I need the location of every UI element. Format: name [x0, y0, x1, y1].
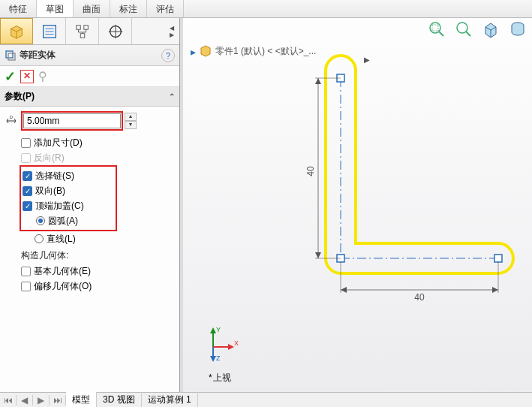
tab-nav-prev[interactable]: ◀	[17, 395, 33, 405]
bottom-tab-nav: ⏮ ◀ ▶ ⏭	[0, 395, 66, 405]
offset-spinner[interactable]: ▲▼	[125, 113, 137, 129]
add-dimensions-checkbox[interactable]	[21, 138, 31, 148]
offset-value-highlight	[21, 111, 123, 131]
bidirectional-checkbox[interactable]: ✓	[23, 186, 32, 196]
tree-icon	[74, 23, 91, 40]
tab-evaluate[interactable]: 评估	[147, 0, 184, 17]
bottom-tab-3dview[interactable]: 3D 视图	[97, 392, 142, 407]
pm-action-bar: ✓ ✕ ⚲	[0, 66, 179, 87]
svg-text:X: X	[234, 339, 239, 347]
dim-vertical-text: 40	[305, 166, 316, 176]
svg-point-22	[430, 23, 440, 33]
svg-text:D: D	[10, 115, 14, 119]
params-body: D ▲▼ 添加尺寸(D) 反向(R) ✓	[0, 107, 179, 298]
svg-rect-9	[83, 25, 88, 29]
view-toolbar	[427, 20, 527, 39]
svg-rect-18	[6, 51, 13, 58]
tab-surface[interactable]: 曲面	[74, 0, 110, 17]
list-icon	[41, 23, 58, 40]
breadcrumb-expand-icon[interactable]: ▸	[191, 46, 196, 58]
offset-geom-label: 偏移几何体(O)	[34, 280, 92, 293]
graphics-viewport[interactable]: ▶ ▸ 零件1 (默认) < <默认>_...	[183, 18, 532, 392]
arc-label: 圆弧(A)	[48, 215, 78, 228]
cube-icon	[8, 23, 25, 40]
svg-rect-10	[80, 33, 85, 38]
select-chain-label: 选择链(S)	[35, 170, 74, 182]
top-tabs: 特征 草图 曲面 标注 评估	[0, 0, 532, 18]
arc-radio[interactable]	[36, 216, 45, 225]
ok-button[interactable]: ✓	[5, 68, 16, 85]
options-highlight-group: ✓ 选择链(S) ✓ 双向(B) ✓ 顶端加盖(C) 圆弧(A)	[20, 165, 117, 231]
config-manager-tab[interactable]	[66, 18, 99, 44]
dimxpert-tab[interactable]	[99, 18, 132, 44]
svg-marker-48	[228, 344, 234, 350]
svg-rect-37	[494, 255, 502, 262]
base-geom-label: 基本几何体(E)	[34, 265, 91, 278]
reverse-label: 反向(R)	[34, 152, 65, 164]
svg-marker-51	[210, 356, 216, 362]
offset-distance-icon: D	[5, 114, 18, 128]
cap-ends-checkbox[interactable]: ✓	[23, 201, 32, 211]
pm-title-text: 等距实体	[20, 49, 161, 62]
spin-down[interactable]: ▼	[125, 121, 137, 129]
target-icon	[107, 23, 124, 40]
part-icon	[199, 44, 212, 59]
tab-nav-first[interactable]: ⏮	[0, 395, 17, 405]
bidirectional-label: 双向(B)	[35, 185, 65, 197]
pm-title-bar: 等距实体 ?	[0, 45, 179, 66]
line-radio[interactable]	[35, 234, 44, 243]
zoom-window-icon[interactable]	[427, 20, 446, 39]
property-manager-tab[interactable]	[33, 18, 66, 44]
cancel-button[interactable]: ✕	[20, 70, 34, 83]
params-section-header[interactable]: 参数(P) ⌃	[0, 87, 179, 107]
add-dimensions-label: 添加尺寸(D)	[34, 137, 83, 149]
feature-manager-tab[interactable]	[0, 18, 33, 44]
property-manager-panel: ◀▶ 等距实体 ? ✓ ✕ ⚲ 参数(P) ⌃ D ▲▼	[0, 18, 180, 392]
help-button[interactable]: ?	[161, 49, 175, 62]
construction-geom-label: 构造几何体:	[21, 249, 175, 262]
view-name-label: 上视	[209, 372, 231, 384]
svg-marker-45	[210, 327, 216, 333]
view-orientation-icon[interactable]	[481, 20, 500, 39]
svg-rect-19	[8, 53, 15, 60]
svg-marker-32	[201, 46, 210, 56]
bottom-tab-model[interactable]: 模型	[66, 392, 97, 407]
dim-horizontal-text: 40	[414, 292, 425, 303]
spin-up[interactable]: ▲	[125, 113, 137, 121]
collapse-icon[interactable]: ⌃	[169, 92, 175, 101]
manager-tabs: ◀▶	[0, 18, 179, 45]
svg-text:Y: Y	[216, 326, 221, 333]
svg-line-26	[466, 32, 470, 36]
svg-line-23	[439, 32, 443, 36]
tab-annotate[interactable]: 标注	[110, 0, 147, 17]
sketch-geometry: 40 40	[288, 48, 521, 303]
params-header-label: 参数(P)	[5, 90, 35, 103]
tab-overflow-arrows[interactable]: ◀▶	[164, 18, 179, 44]
svg-rect-24	[432, 25, 438, 31]
display-style-icon[interactable]	[508, 20, 527, 39]
pin-button[interactable]: ⚲	[38, 69, 47, 83]
svg-text:Z: Z	[216, 354, 221, 362]
view-triad: Y X Z	[206, 324, 243, 362]
tab-features[interactable]: 特征	[0, 0, 37, 17]
cap-ends-label: 顶端加盖(C)	[35, 200, 84, 213]
bottom-tab-motion[interactable]: 运动算例 1	[142, 392, 198, 407]
tab-nav-next[interactable]: ▶	[33, 395, 50, 405]
svg-point-25	[457, 23, 467, 33]
tab-nav-last[interactable]: ⏭	[50, 395, 66, 405]
line-label: 直线(L)	[47, 233, 76, 246]
offset-geom-checkbox[interactable]	[21, 282, 31, 291]
reverse-checkbox[interactable]	[21, 153, 31, 163]
offset-distance-input[interactable]	[23, 113, 121, 128]
zoom-fit-icon[interactable]	[454, 20, 473, 39]
svg-rect-8	[76, 25, 80, 29]
base-geom-checkbox[interactable]	[21, 267, 31, 276]
select-chain-checkbox[interactable]: ✓	[23, 171, 32, 181]
tab-sketch[interactable]: 草图	[37, 0, 74, 17]
offset-entities-icon	[5, 50, 17, 62]
bottom-tabs: ⏮ ◀ ▶ ⏭ 模型 3D 视图 运动算例 1	[0, 392, 532, 407]
